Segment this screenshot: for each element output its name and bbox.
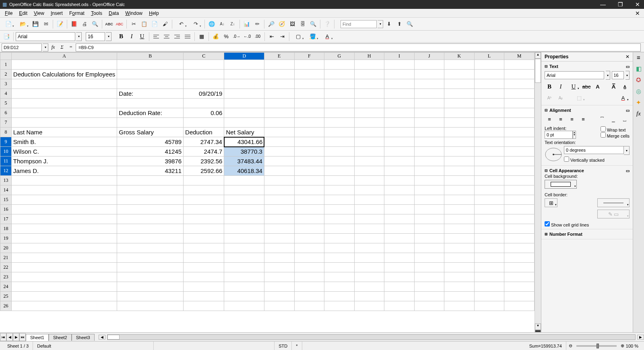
- cell-I16[interactable]: [384, 205, 414, 214]
- cell-B14[interactable]: [117, 185, 184, 195]
- cell-L3[interactable]: [474, 79, 504, 89]
- cell-M19[interactable]: [504, 234, 535, 243]
- cell-A18[interactable]: [11, 224, 117, 234]
- cell-M17[interactable]: [504, 214, 535, 224]
- cell-J18[interactable]: [414, 224, 444, 234]
- cell-I26[interactable]: [384, 301, 414, 311]
- cell-E5[interactable]: [264, 99, 294, 108]
- cell-H6[interactable]: [354, 108, 384, 118]
- scroll-down-button[interactable]: ▼: [535, 323, 541, 330]
- cell-H14[interactable]: [354, 185, 384, 195]
- cell-J3[interactable]: [414, 79, 444, 89]
- email-button[interactable]: ✉: [41, 19, 51, 29]
- cell-A19[interactable]: [11, 234, 117, 243]
- cell-C13[interactable]: [184, 176, 224, 185]
- sidebar-fontcolor-button[interactable]: A: [617, 93, 630, 102]
- sidebar-align-left-button[interactable]: ≡: [545, 115, 554, 124]
- cell-J24[interactable]: [414, 282, 444, 292]
- row-header-12[interactable]: 12: [0, 166, 12, 176]
- cell-A4[interactable]: [11, 89, 117, 99]
- cell-H2[interactable]: [354, 70, 384, 79]
- cell-I1[interactable]: [384, 60, 414, 70]
- vstacked-checkbox[interactable]: Vertically stacked: [564, 156, 630, 163]
- cell-D6[interactable]: [224, 108, 264, 118]
- cellborder-color-button[interactable]: ✎ ▭: [597, 210, 630, 218]
- cell-L6[interactable]: [474, 108, 504, 118]
- cell-D8[interactable]: Net Salary: [224, 128, 264, 137]
- cell-D19[interactable]: [224, 234, 264, 243]
- cell-C2[interactable]: [184, 70, 224, 79]
- cell-M4[interactable]: [504, 89, 535, 99]
- align-center-button[interactable]: [162, 32, 171, 41]
- cell-D21[interactable]: [224, 253, 264, 263]
- font-size-dropdown[interactable]: ▾: [106, 32, 111, 41]
- row-header-7[interactable]: 7: [0, 118, 12, 128]
- sidebar-close-button[interactable]: ✕: [625, 54, 630, 60]
- menu-help[interactable]: Help: [146, 10, 162, 17]
- row-header-16[interactable]: 16: [0, 205, 12, 214]
- align-justify-button[interactable]: [183, 32, 192, 41]
- cell-J17[interactable]: [414, 214, 444, 224]
- cell-H4[interactable]: [354, 89, 384, 99]
- cell-E21[interactable]: [264, 253, 294, 263]
- cell-J20[interactable]: [414, 243, 444, 253]
- cell-J15[interactable]: [414, 195, 444, 205]
- cell-H5[interactable]: [354, 99, 384, 108]
- cell-D16[interactable]: [224, 205, 264, 214]
- cell-I18[interactable]: [384, 224, 414, 234]
- bold-button[interactable]: B: [116, 32, 126, 41]
- cell-M22[interactable]: [504, 263, 535, 272]
- cell-A7[interactable]: [11, 118, 117, 128]
- cell-J19[interactable]: [414, 234, 444, 243]
- cell-M21[interactable]: [504, 253, 535, 263]
- cell-J7[interactable]: [414, 118, 444, 128]
- cell-D3[interactable]: [224, 79, 264, 89]
- find-dropdown[interactable]: ▾: [378, 20, 383, 28]
- cell-A11[interactable]: Thompson J.: [11, 156, 117, 166]
- cell-L15[interactable]: [474, 195, 504, 205]
- cell-D18[interactable]: [224, 224, 264, 234]
- cell-L21[interactable]: [474, 253, 504, 263]
- row-header-23[interactable]: 23: [0, 272, 12, 282]
- print-button[interactable]: 🖨: [80, 19, 89, 29]
- cell-G16[interactable]: [324, 205, 355, 214]
- cell-L19[interactable]: [474, 234, 504, 243]
- cell-J14[interactable]: [414, 185, 444, 195]
- navigator-button[interactable]: 🧭: [277, 19, 287, 29]
- cell-K8[interactable]: [444, 128, 475, 137]
- cell-H16[interactable]: [354, 205, 384, 214]
- cell-M3[interactable]: [504, 79, 535, 89]
- cell-H26[interactable]: [354, 301, 384, 311]
- cell-M13[interactable]: [504, 176, 535, 185]
- cell-H18[interactable]: [354, 224, 384, 234]
- sheet-tab-1[interactable]: Sheet1: [26, 334, 49, 341]
- cell-G9[interactable]: [324, 137, 355, 147]
- sidebar-increase-font-button[interactable]: A̅: [609, 82, 618, 91]
- cell-H15[interactable]: [354, 195, 384, 205]
- menu-data[interactable]: Data: [105, 10, 122, 17]
- cell-B13[interactable]: [117, 176, 184, 185]
- row-header-21[interactable]: 21: [0, 253, 12, 263]
- row-header-25[interactable]: 25: [0, 292, 12, 301]
- format-paintbrush-button[interactable]: 🖌: [160, 19, 170, 29]
- cell-B22[interactable]: [117, 263, 184, 272]
- sidebar-decrease-font-button[interactable]: A̲: [620, 82, 630, 91]
- cell-B21[interactable]: [117, 253, 184, 263]
- cell-L23[interactable]: [474, 272, 504, 282]
- cell-M24[interactable]: [504, 282, 535, 292]
- cellbg-button[interactable]: [545, 180, 577, 189]
- row-header-5[interactable]: 5: [0, 99, 12, 108]
- autospell-button[interactable]: ABC: [115, 19, 124, 29]
- row-header-1[interactable]: 1: [0, 60, 12, 70]
- cell-F4[interactable]: [294, 89, 324, 99]
- tab-nav-next[interactable]: ▶: [13, 333, 19, 341]
- cell-K6[interactable]: [444, 108, 475, 118]
- cell-K24[interactable]: [444, 282, 475, 292]
- cell-G20[interactable]: [324, 243, 355, 253]
- cell-D13[interactable]: [224, 176, 264, 185]
- cell-K3[interactable]: [444, 79, 475, 89]
- cell-L4[interactable]: [474, 89, 504, 99]
- sheet-tab-3[interactable]: Sheet3: [72, 334, 95, 341]
- sidebar-menu-icon[interactable]: ≡: [635, 54, 643, 62]
- cell-I20[interactable]: [384, 243, 414, 253]
